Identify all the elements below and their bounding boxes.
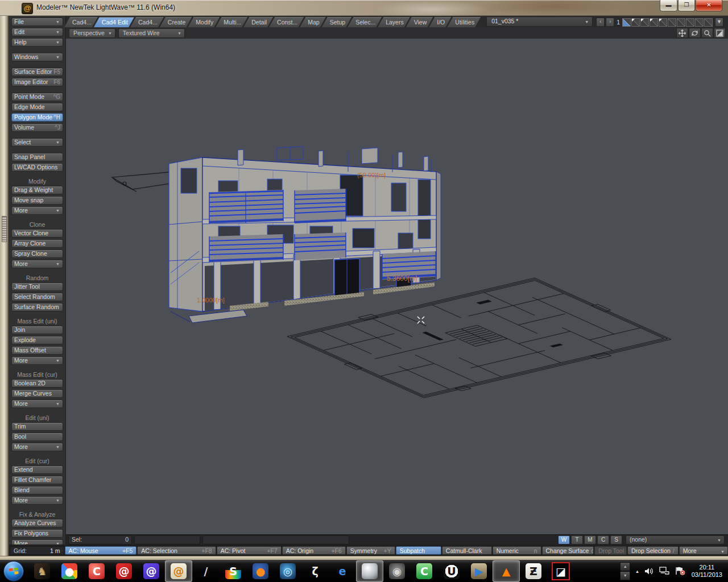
layer-slot[interactable] [704,18,713,27]
sidebar-item[interactable]: Volume ^J [11,123,63,132]
visibility-toggle-button[interactable]: W [558,535,570,544]
visibility-toggle-button[interactable]: S [610,535,622,544]
network-icon[interactable] [659,567,670,575]
sidebar-item[interactable]: LWCAD Options [11,163,63,172]
visibility-toggle-button[interactable]: T [571,535,583,544]
sidebar-item[interactable]: Jitter Tool [11,282,63,291]
zoom-icon[interactable] [701,28,713,38]
sidebar-item[interactable]: Image Editor F6 [11,78,63,86]
drop-selection-button[interactable]: Drop Selection / [627,546,679,555]
close-button[interactable]: ✕ [696,0,722,11]
action-center-pivot-button[interactable]: AC: Pivot +F7 [217,546,282,555]
sidebar-item[interactable]: Surface Editor F5 [11,68,63,76]
sidebar-item[interactable]: Explode [11,336,63,344]
modeler-taskbar-icon[interactable]: @ [165,560,192,582]
sidebar-item[interactable]: Snap Panel [11,153,63,161]
maximize-button[interactable]: ❐ [678,0,695,11]
cube-icon[interactable]: ◪ [547,560,574,582]
next-layer-button[interactable]: › [606,18,614,27]
surface-selector-dropdown[interactable]: (none) [626,535,725,544]
ccleaner-icon[interactable]: C [83,560,110,582]
perspective-viewport[interactable]: (50.00)[m] 5.3600[m] 1.0000[m] [66,39,728,534]
sidebar-item[interactable]: Blend [11,486,63,494]
visibility-toggle-button[interactable]: C [597,535,609,544]
layer-slot[interactable] [695,18,704,27]
sidebar-item[interactable]: More [11,260,63,268]
object-selector-dropdown[interactable]: 01_v035 * [486,16,593,27]
vlc-icon[interactable]: ▲ [493,560,520,582]
sidebar-item[interactable]: Select [11,138,63,147]
sidebar-item[interactable]: Boolean 2D [11,379,63,388]
menu-tab[interactable]: Detail [243,17,273,27]
taskbar-clock[interactable]: 20:11 03/11/2013 [692,564,722,579]
sidebar-item[interactable]: More [11,496,63,505]
bittorrent-icon[interactable]: C [411,560,438,582]
sidebar-item[interactable]: Join [11,326,63,334]
menu-tab[interactable]: Create [160,17,192,27]
prev-layer-button[interactable]: ‹ [596,18,605,27]
menu-tab[interactable]: Multi... [216,17,247,27]
start-button[interactable] [3,561,24,581]
layer-slot[interactable] [622,18,631,27]
render-mode-dropdown[interactable]: Textured Wire [118,28,185,38]
sidebar-item[interactable]: Mass Offset [11,346,63,355]
show-hidden-icons-button[interactable]: ▴ [636,568,639,574]
sidebar-item[interactable]: Analyze Curves [11,519,63,527]
sidebar-item[interactable]: Point Mode ^G [11,93,63,101]
menu-tab[interactable]: Setup [322,17,351,27]
media-player-icon[interactable]: ◎ [274,560,301,582]
photo-viewer-icon[interactable]: ▶ [465,560,493,582]
sidebar-item[interactable]: More [11,400,63,408]
action-center-mouse-button[interactable]: AC: Mouse +F5 [65,546,137,555]
sidebar-item[interactable]: Select Random [11,293,63,301]
layer-slot[interactable] [668,18,676,27]
visibility-toggle-button[interactable]: M [584,535,596,544]
microphone-icon[interactable]: / [192,560,220,582]
menu-tab[interactable]: Utilities [447,17,481,27]
sidebar-item[interactable]: Vector Clone [11,229,63,238]
action-center-origin-button[interactable]: AC: Origin +F6 [282,546,346,555]
symmetry-button[interactable]: Symmetry +Y [346,546,395,555]
sidebar-item[interactable]: Fix Polygons [11,529,63,538]
sidebar-item[interactable]: Move snap [11,196,63,205]
action-center-selection-button[interactable]: AC: Selection +F8 [137,546,216,555]
menu-tab[interactable]: Selec... [348,17,382,27]
menu-tab[interactable]: Cad4... [130,17,164,27]
sphere-icon[interactable] [356,560,383,582]
layer-slot[interactable] [677,18,685,27]
subpatch-button[interactable]: Subpatch [396,546,441,555]
catmull-clark-button[interactable]: Catmull-Clark [442,546,492,555]
menu-tab[interactable]: Cad4... [64,17,98,27]
layer-slot[interactable] [659,18,667,27]
menu-tab[interactable]: Layers [378,17,410,27]
sidebar-item[interactable]: File [11,18,63,26]
change-surface-button[interactable]: Change Surface q [542,546,594,555]
sidebar-item[interactable]: Surface Random [11,303,63,311]
sidebar-item[interactable]: More [11,356,63,365]
menu-tab[interactable]: Const... [269,17,304,27]
sidebar-item[interactable]: Windows [11,53,63,61]
sidebar-item[interactable]: Drag & Weight [11,186,63,194]
sidebar-item[interactable]: Extend [11,465,63,474]
sidebar-item[interactable]: Spray Clone [11,250,63,258]
lightwave-purple-icon[interactable]: @ [138,560,165,582]
view-mode-dropdown[interactable]: Perspective [69,28,115,38]
rotate-icon[interactable] [689,28,701,38]
menu-tab[interactable]: Cad4 Edit [94,17,134,27]
layer-slot[interactable] [686,18,694,27]
grid-size-field[interactable]: Grid: 1 m [10,546,64,555]
numeric-button[interactable]: Numeric n [493,546,541,555]
sidebar-item[interactable]: Array Clone [11,239,63,248]
menu-tab[interactable]: View [406,17,433,27]
uble-icon[interactable]: U [438,560,465,582]
warcraft-icon[interactable]: ♞ [28,560,56,582]
lightwave-layout-icon[interactable]: @ [110,560,138,582]
sidebar-item[interactable]: Edit [11,28,63,36]
action-center-icon[interactable] [675,567,685,575]
layer-slot[interactable] [650,18,658,27]
sidebar-item[interactable]: More [11,206,63,215]
layer-slot[interactable] [640,18,649,27]
minimize-button[interactable]: ▬ [660,0,677,11]
maximize-viewport-icon[interactable] [714,28,726,38]
menu-tab[interactable]: Map [300,17,325,27]
